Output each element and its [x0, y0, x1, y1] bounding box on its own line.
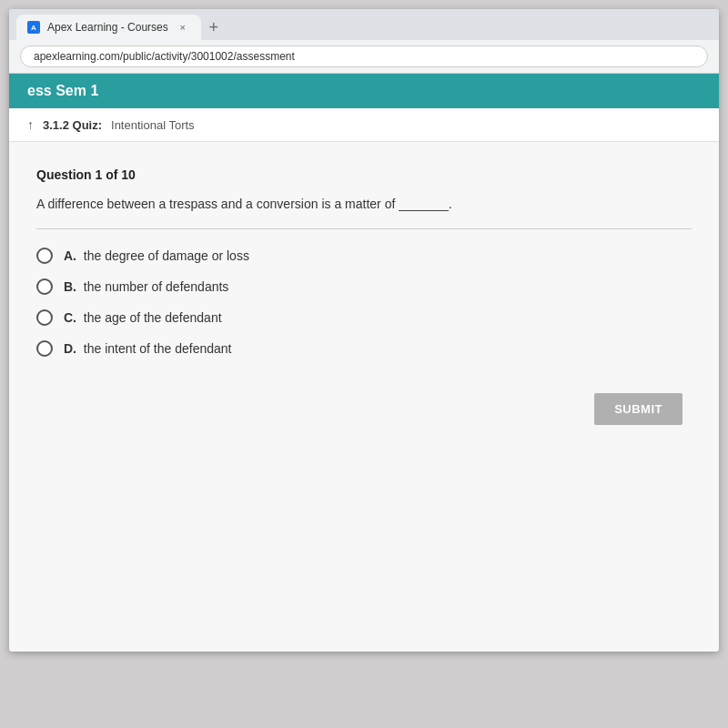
- new-tab-button[interactable]: +: [201, 15, 227, 40]
- answer-option-b[interactable]: B. the number of defendants: [36, 278, 692, 295]
- browser-chrome: A Apex Learning - Courses × + apexlearni…: [9, 9, 719, 74]
- quiz-header-icon: ↑: [27, 117, 34, 132]
- answer-label-a: A. the degree of damage or loss: [64, 248, 249, 263]
- divider: [36, 228, 692, 229]
- tab-bar: A Apex Learning - Courses × +: [9, 9, 719, 40]
- answer-option-a[interactable]: A. the degree of damage or loss: [36, 248, 692, 264]
- radio-button-c[interactable]: [36, 309, 53, 326]
- answer-label-b: B. the number of defendants: [64, 279, 228, 294]
- address-bar: apexlearning.com/public/activity/3001002…: [9, 40, 719, 73]
- answer-option-c[interactable]: C. the age of the defendant: [36, 309, 692, 326]
- answer-options: A. the degree of damage or loss B. the n…: [36, 248, 692, 357]
- browser-window: A Apex Learning - Courses × + apexlearni…: [9, 9, 719, 652]
- quiz-header: ↑ 3.1.2 Quiz: Intentional Torts: [9, 108, 719, 142]
- question-text: A difference between a trespass and a co…: [36, 195, 692, 214]
- answer-label-c: C. the age of the defendant: [64, 310, 222, 325]
- tab-favicon: A: [27, 21, 40, 34]
- radio-button-a[interactable]: [36, 248, 53, 264]
- url-bar[interactable]: apexlearning.com/public/activity/3001002…: [20, 46, 708, 67]
- active-tab[interactable]: A Apex Learning - Courses ×: [16, 15, 201, 40]
- quiz-content: Question 1 of 10 A difference between a …: [9, 142, 719, 652]
- app-header-title: ess Sem 1: [27, 83, 98, 98]
- question-number: Question 1 of 10: [36, 167, 692, 182]
- app-header: ess Sem 1: [9, 74, 719, 108]
- submit-row: SUBMIT: [36, 393, 692, 425]
- answer-option-d[interactable]: D. the intent of the defendant: [36, 340, 692, 357]
- tab-title: Apex Learning - Courses: [47, 21, 168, 34]
- quiz-section-label: 3.1.2 Quiz:: [43, 118, 102, 132]
- tab-close-button[interactable]: ×: [176, 20, 190, 35]
- answer-label-d: D. the intent of the defendant: [64, 341, 231, 356]
- radio-button-b[interactable]: [36, 278, 53, 295]
- submit-button[interactable]: SUBMIT: [594, 393, 682, 425]
- quiz-subtitle: Intentional Torts: [111, 118, 195, 132]
- radio-button-d[interactable]: [36, 340, 53, 357]
